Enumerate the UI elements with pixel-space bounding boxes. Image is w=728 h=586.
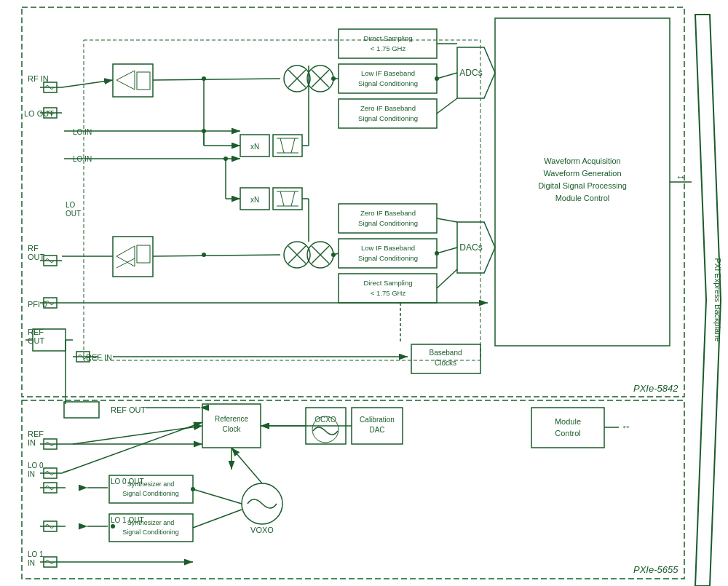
svg-text:Waveform Generation: Waveform Generation	[543, 169, 621, 178]
svg-point-144	[191, 487, 195, 491]
svg-text:↔: ↔	[621, 421, 631, 432]
svg-text:OUT: OUT	[28, 336, 45, 345]
svg-text:Signal Conditioning: Signal Conditioning	[358, 219, 418, 227]
svg-point-140	[111, 524, 115, 528]
diagram-container: PXI Express Backplane PXIe-5842 PXIe-565…	[0, 0, 728, 586]
synthesizer-2-label: Synthesizer and	[127, 519, 175, 526]
svg-text:OUT: OUT	[66, 210, 81, 218]
svg-text:< 1.75 GHz: < 1.75 GHz	[371, 44, 406, 52]
svg-text:Signal Conditioning: Signal Conditioning	[358, 254, 418, 262]
svg-text:→: →	[62, 467, 69, 475]
svg-text:xN: xN	[250, 196, 259, 204]
lo-out-2-label: LO	[66, 201, 76, 209]
svg-text:↔: ↔	[676, 171, 686, 183]
svg-text:Control: Control	[555, 429, 580, 437]
lo-in-1-label: LO IN	[73, 128, 92, 136]
ref-in-bottom-label: REF	[28, 429, 44, 438]
rf-out-label: RF	[28, 244, 39, 253]
dacs-label: DACs	[459, 242, 482, 253]
pxi-express-label: PXI Express Backplane	[713, 258, 722, 342]
module-control-label: Module	[555, 417, 581, 426]
svg-text:DAC: DAC	[369, 426, 384, 434]
reference-clock-label: Reference	[215, 415, 249, 423]
voxo-label: VOXO	[250, 526, 274, 534]
svg-text:xN: xN	[250, 143, 259, 151]
baseband-clocks-label: Baseband	[429, 349, 462, 357]
svg-point-88	[331, 76, 336, 81]
ocxo-label: OCXO	[314, 416, 336, 424]
svg-point-50	[435, 251, 439, 256]
zero-if-top-label: Zero IF Baseband	[360, 104, 416, 112]
lo0-in-label: LO 0	[28, 462, 44, 470]
svg-text:Signal Conditioning: Signal Conditioning	[122, 528, 179, 536]
svg-text:< 1.75 GHz: < 1.75 GHz	[371, 289, 406, 297]
waveform-acq-label: Waveform Acquisition	[544, 157, 620, 165]
adcs-label: ADCs	[459, 68, 482, 78]
svg-text:Signal Conditioning: Signal Conditioning	[122, 490, 179, 497]
lo-out-label: LO OUT	[24, 109, 54, 118]
svg-point-105	[331, 253, 336, 257]
svg-text:Clock: Clock	[222, 425, 241, 433]
svg-text:Digital Signal Processing: Digital Signal Processing	[538, 181, 627, 190]
rf-in-label: RF IN	[28, 74, 49, 83]
zero-if-bottom-label: Zero IF Baseband	[360, 209, 416, 217]
svg-text:Signal Conditioning: Signal Conditioning	[358, 114, 418, 122]
low-if-bottom-label: Low IF Baseband	[361, 244, 415, 252]
svg-text:IN: IN	[28, 438, 36, 447]
svg-point-103	[202, 253, 206, 257]
synthesizer-1-label: Synthesizer and	[127, 480, 175, 488]
svg-point-40	[435, 76, 439, 81]
calibration-dac-label: Calibration	[360, 416, 395, 424]
low-if-top-label: Low IF Baseband	[361, 69, 415, 77]
lo1-in-label: LO 1	[28, 550, 44, 558]
direct-sampling-bottom-label: Direct Sampling	[363, 279, 412, 287]
svg-text:Module Control: Module Control	[555, 194, 610, 202]
svg-text:IN: IN	[28, 470, 35, 478]
pxie-5655-label: PXIe-5655	[633, 564, 678, 575]
pxie-5842-label: PXIe-5842	[633, 383, 678, 394]
svg-text:IN: IN	[28, 559, 35, 567]
direct-sampling-top-label: Direct Sampling	[363, 34, 412, 42]
svg-text:Signal Conditioning: Signal Conditioning	[358, 79, 418, 87]
svg-text:OUT: OUT	[28, 253, 45, 261]
ref-out-bottom-label: REF OUT	[111, 405, 146, 414]
